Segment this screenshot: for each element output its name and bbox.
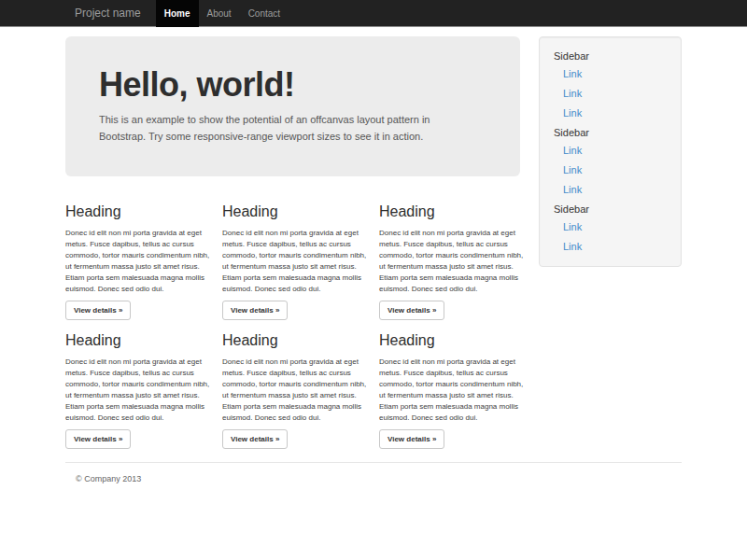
card: Heading Donec id elit non mi porta gravi…: [222, 320, 379, 449]
sidebar-group-heading: Sidebar: [540, 200, 681, 217]
page-title: Hello, world!: [99, 68, 486, 102]
card: Heading Donec id elit non mi porta gravi…: [65, 320, 222, 449]
navbar-inner: Project name Home About Contact: [65, 0, 682, 27]
nav-link-about[interactable]: About: [199, 0, 240, 27]
card-body-text: Donec id elit non mi porta gravida at eg…: [65, 357, 210, 424]
jumbotron: Hello, world! This is an example to show…: [65, 36, 520, 176]
sidebar-link[interactable]: Link: [540, 161, 681, 180]
brand-link[interactable]: Project name: [65, 0, 150, 27]
nav-link-contact[interactable]: Contact: [240, 0, 289, 27]
jumbotron-description: This is an example to show the potential…: [99, 111, 468, 145]
sidebar-link[interactable]: Link: [540, 237, 681, 257]
nav-item-home: Home: [156, 0, 199, 27]
view-details-button[interactable]: View details »: [65, 429, 131, 449]
view-details-button[interactable]: View details »: [222, 301, 288, 320]
sidebar-link[interactable]: Link: [540, 180, 681, 200]
nav-link-home[interactable]: Home: [156, 0, 199, 27]
card-heading: Heading: [222, 203, 367, 220]
card: Heading Donec id elit non mi porta gravi…: [379, 320, 536, 449]
card-body-text: Donec id elit non mi porta gravida at eg…: [222, 228, 367, 295]
view-details-button[interactable]: View details »: [379, 429, 444, 449]
sidebar-link[interactable]: Link: [540, 64, 681, 84]
footer: © Company 2013: [65, 474, 682, 483]
nav-item-about: About: [199, 0, 240, 27]
view-details-button[interactable]: View details »: [379, 301, 444, 320]
card-body-text: Donec id elit non mi porta gravida at eg…: [379, 228, 524, 295]
sidebar-group-heading: Sidebar: [540, 123, 681, 141]
nav-item-contact: Contact: [240, 0, 289, 27]
navbar: Project name Home About Contact: [0, 0, 747, 27]
card-heading: Heading: [65, 203, 210, 220]
cards-row-2: Heading Donec id elit non mi porta gravi…: [65, 320, 537, 449]
sidebar-column: Sidebar Link Link Link Sidebar Link Link…: [539, 36, 682, 267]
card-body-text: Donec id elit non mi porta gravida at eg…: [379, 357, 524, 424]
card-body-text: Donec id elit non mi porta gravida at eg…: [222, 357, 367, 424]
card: Heading Donec id elit non mi porta gravi…: [379, 176, 536, 320]
sidebar-link[interactable]: Link: [540, 104, 681, 123]
card-heading: Heading: [65, 331, 210, 349]
card-heading: Heading: [379, 331, 524, 349]
card-heading: Heading: [222, 331, 367, 349]
main-row: Hello, world! This is an example to show…: [65, 36, 682, 449]
sidebar-group-heading: Sidebar: [540, 47, 681, 64]
sidebar-link[interactable]: Link: [540, 217, 681, 237]
card-heading: Heading: [379, 203, 524, 220]
navbar-menu: Home About Contact: [156, 0, 289, 27]
card: Heading Donec id elit non mi porta gravi…: [65, 176, 222, 320]
sidebar-link[interactable]: Link: [540, 141, 681, 161]
footer-divider: [65, 462, 682, 463]
sidebar: Sidebar Link Link Link Sidebar Link Link…: [539, 36, 682, 267]
cards-row-1: Heading Donec id elit non mi porta gravi…: [65, 176, 537, 320]
main-container: Hello, world! This is an example to show…: [65, 36, 682, 483]
view-details-button[interactable]: View details »: [222, 429, 288, 449]
view-details-button[interactable]: View details »: [65, 301, 131, 320]
card: Heading Donec id elit non mi porta gravi…: [222, 176, 379, 320]
copyright-text: © Company 2013: [76, 474, 682, 483]
sidebar-link[interactable]: Link: [540, 84, 681, 104]
card-body-text: Donec id elit non mi porta gravida at eg…: [65, 228, 210, 295]
content-column: Hello, world! This is an example to show…: [65, 36, 537, 449]
